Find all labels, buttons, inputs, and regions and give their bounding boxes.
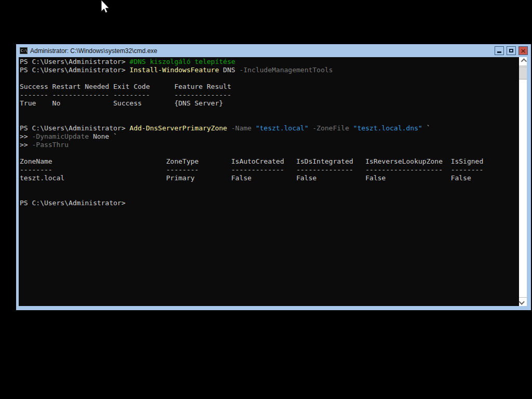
- chevron-up-icon: [521, 58, 526, 64]
- close-icon: ×: [521, 47, 526, 54]
- terminal-line: [20, 149, 518, 157]
- scrollbar-thumb[interactable]: [519, 66, 527, 79]
- terminal-line: PS C:\Users\Administrator> Install-Windo…: [20, 66, 518, 74]
- terminal-line: [20, 74, 518, 83]
- terminal-line: >> -DynamicUpdate None `: [20, 132, 518, 141]
- terminal-line: PS C:\Users\Administrator> #DNS kiszolgá…: [20, 58, 518, 66]
- terminal-line: ------- -------------- --------- -------…: [20, 91, 518, 99]
- maximize-button[interactable]: [507, 46, 516, 55]
- terminal-line: ZoneName ZoneType IsAutoCreated IsDsInte…: [20, 157, 518, 166]
- minimize-icon: [497, 51, 501, 53]
- cmd-icon[interactable]: C:\: [20, 47, 28, 54]
- terminal-line: [20, 108, 518, 116]
- terminal-line: >> -PassThru: [20, 141, 518, 149]
- minimize-button[interactable]: [495, 46, 504, 55]
- scroll-down-button[interactable]: [519, 297, 527, 306]
- terminal-line: True No Success {DNS Server}: [20, 99, 518, 108]
- window-controls: ×: [495, 46, 531, 55]
- terminal-line: Success Restart Needed Exit Code Feature…: [20, 83, 518, 91]
- terminal-line: [20, 116, 518, 124]
- title-bar[interactable]: C:\ Administrator: C:\Windows\system32\c…: [16, 44, 531, 57]
- terminal-line: [20, 182, 518, 191]
- terminal-content: PS C:\Users\Administrator> #DNS kiszolgá…: [19, 57, 527, 306]
- terminal-line: PS C:\Users\Administrator>: [20, 199, 518, 207]
- scrollbar[interactable]: [519, 57, 527, 306]
- scroll-up-button[interactable]: [519, 57, 527, 66]
- maximize-icon: [509, 49, 513, 52]
- terminal-line: -------- -------- ------------- --------…: [20, 166, 518, 174]
- window-title: Administrator: C:\Windows\system32\cmd.e…: [30, 47, 157, 55]
- chevron-down-icon: [518, 299, 524, 304]
- close-button[interactable]: ×: [518, 46, 528, 55]
- terminal-line: teszt.local Primary False False False Fa…: [20, 174, 518, 182]
- terminal-output[interactable]: PS C:\Users\Administrator> #DNS kiszolgá…: [20, 58, 518, 306]
- mouse-cursor: [101, 0, 111, 16]
- cmd-window: C:\ Administrator: C:\Windows\system32\c…: [16, 44, 531, 310]
- terminal-line: [20, 191, 518, 199]
- terminal-line: PS C:\Users\Administrator> Add-DnsServer…: [20, 124, 518, 132]
